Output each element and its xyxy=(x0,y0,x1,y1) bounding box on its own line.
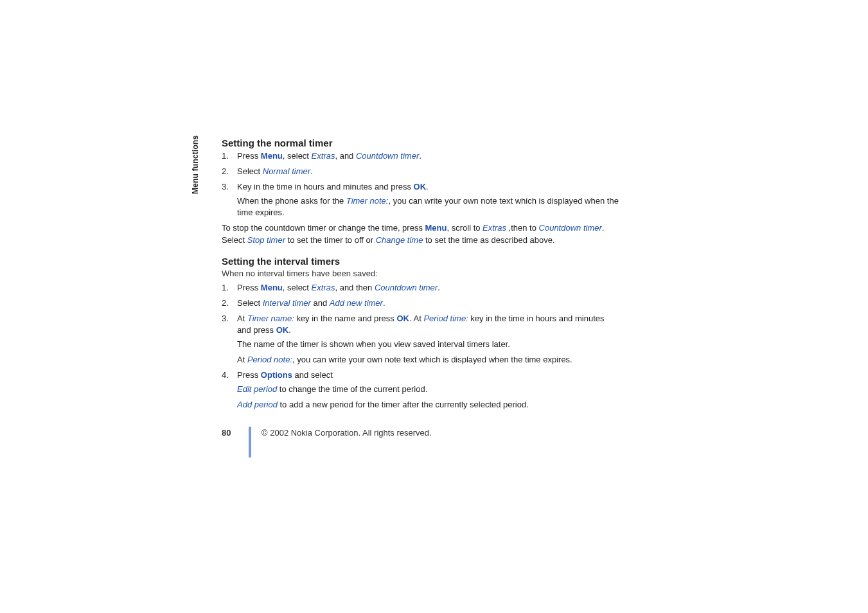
option-extras: Extras xyxy=(312,151,335,161)
text: , and then xyxy=(335,283,374,292)
page-footer: 80 © 2002 Nokia Corporation. All rights … xyxy=(222,428,620,459)
ok-key: OK xyxy=(276,325,289,335)
option-edit-period: Edit period xyxy=(237,384,277,394)
text: , select xyxy=(283,151,312,161)
text: . xyxy=(288,325,291,335)
footer-accent-bar xyxy=(249,427,251,458)
option-extras: Extras xyxy=(312,283,335,292)
text: Select xyxy=(237,298,263,308)
step-item: Key in the time in hours and minutes and… xyxy=(222,181,620,220)
steps-interval-timers: Press Menu, select Extras, and then Coun… xyxy=(222,282,620,411)
text: . xyxy=(310,166,313,176)
subtext: When no interval timers have been saved: xyxy=(222,269,620,278)
option-add-period: Add period xyxy=(237,400,278,409)
option-stop-timer: Stop timer xyxy=(247,235,285,245)
option-add-new-timer: Add new timer xyxy=(330,298,383,308)
text: and xyxy=(311,298,330,308)
step-note: Edit period to change the time of the cu… xyxy=(237,384,620,396)
option-timer-name: Timer name: xyxy=(247,314,294,323)
option-countdown-timer: Countdown timer xyxy=(356,151,419,161)
option-period-note: Period note: xyxy=(247,355,292,364)
text: Press xyxy=(237,151,261,161)
text: . xyxy=(426,182,429,191)
option-extras: Extras xyxy=(483,223,506,233)
option-normal-timer: Normal timer xyxy=(263,166,310,176)
menu-key: Menu xyxy=(425,223,447,233)
step-item: Press Menu, select Extras, and Countdown… xyxy=(222,150,620,163)
text: When the phone asks for the xyxy=(237,196,346,206)
steps-normal-timer: Press Menu, select Extras, and Countdown… xyxy=(222,150,620,219)
text: . xyxy=(383,298,385,308)
paragraph: To stop the countdown timer or change th… xyxy=(222,222,620,247)
text: . xyxy=(438,283,440,292)
ok-key: OK xyxy=(414,182,427,191)
option-countdown-timer: Countdown timer xyxy=(375,283,438,292)
heading-interval-timers: Setting the interval timers xyxy=(222,256,620,267)
options-key: Options xyxy=(261,370,292,380)
text: key in the name and press xyxy=(294,314,397,323)
option-interval-timer: Interval timer xyxy=(263,298,311,308)
text: to set the timer to off or xyxy=(285,235,376,245)
sidebar-section-label: Menu functions xyxy=(191,136,200,194)
step-item: Select Interval timer and Add new timer. xyxy=(222,298,620,310)
step-note: Add period to add a new period for the t… xyxy=(237,399,620,411)
step-item: Select Normal timer. xyxy=(222,166,620,178)
menu-key: Menu xyxy=(261,151,283,161)
text: ,then to xyxy=(506,223,539,233)
step-note: The name of the timer is shown when you … xyxy=(237,339,620,351)
text: to change the time of the current period… xyxy=(277,384,427,394)
page-number: 80 xyxy=(222,428,231,438)
text: to set the time as described above. xyxy=(423,235,554,245)
text: At xyxy=(237,355,247,364)
step-note: At Period note:, you can write your own … xyxy=(237,354,620,366)
ok-key: OK xyxy=(396,314,409,323)
step-item: Press Menu, select Extras, and then Coun… xyxy=(222,282,620,294)
step-item: At Timer name: key in the name and press… xyxy=(222,313,620,366)
text: and select xyxy=(292,370,333,380)
text: , you can write your own note text which… xyxy=(292,355,572,364)
text: , select xyxy=(283,283,312,292)
text: Press xyxy=(237,283,261,292)
text: to add a new period for the timer after … xyxy=(278,400,529,409)
copyright-text: © 2002 Nokia Corporation. All rights res… xyxy=(261,428,432,438)
text: To stop the countdown timer or change th… xyxy=(222,223,425,233)
text: Key in the time in hours and minutes and… xyxy=(237,182,414,191)
step-note: When the phone asks for the Timer note:,… xyxy=(237,195,620,220)
step-item: Press Options and select Edit period to … xyxy=(222,369,620,411)
text: , and xyxy=(335,151,356,161)
option-period-time: Period time: xyxy=(423,314,468,323)
option-timer-note: Timer note: xyxy=(346,196,389,206)
menu-key: Menu xyxy=(261,283,283,292)
text: Press xyxy=(237,370,261,380)
text: At xyxy=(237,314,247,323)
text: . xyxy=(419,151,421,161)
text: Select xyxy=(237,166,263,176)
text: . At xyxy=(409,314,423,323)
heading-normal-timer: Setting the normal timer xyxy=(222,138,620,148)
text: , scroll to xyxy=(447,223,483,233)
option-countdown-timer: Countdown timer xyxy=(539,223,602,233)
option-change-time: Change time xyxy=(376,235,423,245)
document-content: Menu functions Setting the normal timer … xyxy=(222,138,620,414)
